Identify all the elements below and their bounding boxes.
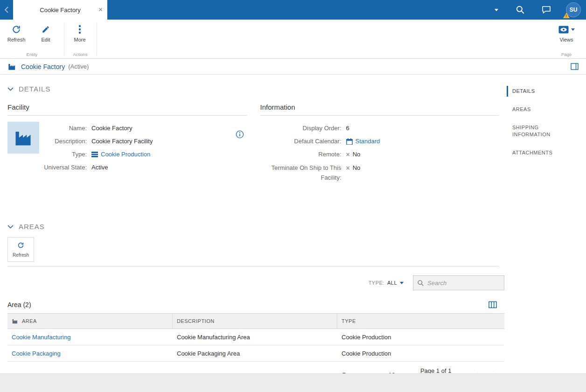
table-footer: Rows per page: 10 Page 1 of 1 (2 records…: [7, 367, 504, 373]
sidenav-item-shipping-information[interactable]: SHIPPING INFORMATION: [507, 122, 558, 140]
area-count-label: Area (2): [7, 301, 31, 308]
page-info-text: Page 1 of 1: [420, 367, 452, 373]
type-filter-dropdown[interactable]: TYPE: ALL: [369, 280, 404, 286]
areas-refresh-button[interactable]: Refresh: [7, 237, 34, 262]
calendar-icon: [346, 138, 353, 145]
field-display-order: Display Order: 6: [260, 122, 500, 135]
ribbon-separator: [64, 22, 64, 56]
areas-section-header[interactable]: AREAS: [7, 223, 507, 231]
refresh-label: Refresh: [7, 37, 26, 42]
table-header-row: AREA DESCRIPTION TYPE: [7, 313, 504, 329]
facility-type-link[interactable]: Cookie Production: [101, 148, 150, 161]
column-header-label: TYPE: [342, 318, 356, 324]
field-label: Default Calendar:: [260, 135, 346, 148]
avatar-initials: SU: [570, 7, 578, 13]
field-label: Universal State:: [39, 161, 91, 174]
edit-label: Edit: [42, 37, 50, 42]
field-label: Terminate On Ship to This Facility:: [260, 161, 346, 182]
sidenav-item-details[interactable]: DETAILS: [507, 86, 558, 97]
rows-per-page-label: Rows per page:: [342, 371, 384, 374]
areas-section: AREAS Refresh TYPE: ALL: [0, 223, 507, 373]
tab-title: Cookie Factory: [40, 7, 80, 14]
chevron-down-icon: [7, 225, 14, 229]
entity-title-bar: Cookie Factory (Active): [0, 59, 586, 75]
facility-type-icon: [91, 151, 98, 158]
ribbon-separator: [97, 22, 97, 56]
areas-section-title: AREAS: [19, 223, 45, 231]
table-row: Cookie Packaging Cookie Packaging Area C…: [7, 345, 504, 362]
tab-list-chevron-down-icon[interactable]: [493, 7, 500, 13]
ribbon-group-actions: Actions: [64, 52, 97, 57]
facility-image: [7, 122, 39, 154]
status-badge: (Active): [68, 63, 89, 70]
details-section: DETAILS Facility Name:: [0, 85, 507, 182]
tab-cookie-factory[interactable]: Cookie Factory: [13, 0, 107, 20]
more-label: More: [74, 37, 85, 42]
rows-per-page-value: 10: [388, 371, 395, 374]
details-section-header[interactable]: DETAILS: [7, 85, 507, 93]
avatar[interactable]: SU: [566, 3, 580, 17]
ribbon-group-entity: Entity: [0, 52, 64, 57]
side-panel-toggle-icon[interactable]: [571, 63, 579, 70]
field-universal-state: Universal State: Active: [39, 161, 247, 174]
sidenav-item-attachments[interactable]: ATTACHMENTS: [507, 147, 558, 158]
table-row: Cookie Manufacturing Cookie Manufacturin…: [7, 329, 504, 345]
field-label: Name:: [39, 122, 91, 135]
chat-icon[interactable]: [540, 4, 552, 16]
vertical-ellipsis-icon: [78, 24, 81, 35]
sidenav-item-areas[interactable]: AREAS: [507, 104, 558, 115]
areas-toolbar: Refresh: [7, 237, 499, 266]
field-remote: Remote: No: [260, 148, 500, 161]
field-description: Description: Cookie Factory Facility: [39, 135, 247, 148]
topbar-actions: SU: [493, 0, 586, 20]
area-link[interactable]: Cookie Packaging: [12, 350, 61, 357]
column-chooser-icon[interactable]: [488, 301, 497, 308]
main-panel: DETAILS Facility Name:: [0, 75, 507, 373]
eye-views-icon: [558, 24, 569, 35]
content-area: DETAILS Facility Name:: [0, 75, 586, 373]
more-button[interactable]: More: [67, 24, 93, 42]
edit-button[interactable]: Edit: [33, 24, 59, 42]
field-value: Active: [91, 161, 108, 174]
rows-per-page-dropdown[interactable]: Rows per page: 10: [342, 371, 403, 374]
refresh-button[interactable]: Refresh: [3, 24, 29, 42]
tab-close-icon[interactable]: [98, 6, 103, 14]
information-group: Information Display Order: 6 Default Cal…: [260, 103, 500, 182]
topbar: Cookie Factory SU: [0, 0, 586, 20]
views-label: Views: [559, 37, 573, 42]
back-chevron-icon[interactable]: [0, 0, 13, 20]
field-value: Cookie Factory: [91, 122, 132, 135]
column-header-type[interactable]: TYPE: [337, 314, 504, 329]
area-type-cell: Cookie Production: [337, 350, 504, 357]
column-header-area[interactable]: AREA: [7, 314, 173, 329]
views-button[interactable]: Views: [553, 24, 579, 42]
column-header-description[interactable]: DESCRIPTION: [173, 314, 337, 329]
search-input[interactable]: [427, 280, 500, 287]
page-info: Page 1 of 1 (2 records): [420, 367, 452, 373]
areas-filter-row: TYPE: ALL: [7, 266, 504, 299]
search-icon: [417, 280, 424, 287]
page-background: [0, 373, 586, 392]
field-name: Name: Cookie Factory: [39, 122, 247, 135]
next-page-icon[interactable]: [495, 370, 499, 373]
previous-page-icon[interactable]: [474, 370, 479, 373]
field-default-calendar: Default Calendar: Standard: [260, 135, 500, 148]
search-icon[interactable]: [514, 4, 526, 16]
field-label: Description:: [39, 135, 91, 148]
field-type: Type: Cookie Production: [39, 148, 247, 161]
default-calendar-link[interactable]: Standard: [356, 135, 380, 148]
area-link[interactable]: Cookie Manufacturing: [12, 334, 70, 341]
information-group-title: Information: [260, 103, 500, 116]
info-icon[interactable]: [236, 130, 244, 140]
facility-group-title: Facility: [7, 103, 247, 116]
refresh-icon: [17, 242, 24, 251]
x-mark-icon: [346, 151, 350, 158]
column-header-label: DESCRIPTION: [177, 318, 215, 324]
refresh-icon: [12, 24, 21, 35]
area-description-cell: Cookie Packaging Area: [173, 350, 337, 357]
areas-table: AREA DESCRIPTION TYPE Cookie Manufacturi…: [7, 313, 504, 362]
details-section-title: DETAILS: [19, 85, 50, 93]
ribbon-group-page: Page: [547, 52, 586, 57]
chevron-down-icon: [571, 28, 575, 31]
area-type-cell: Cookie Production: [337, 334, 504, 341]
